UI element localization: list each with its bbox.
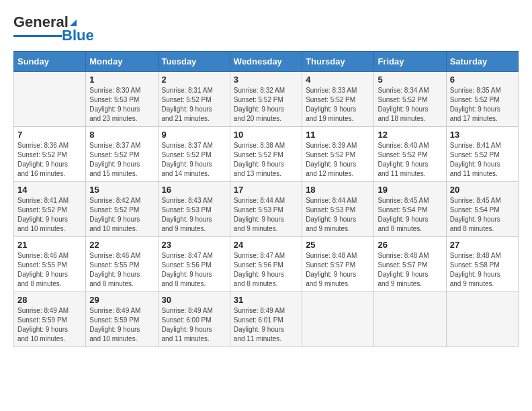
day-number: 12	[378, 130, 442, 140]
day-info: Sunrise: 8:48 AM Sunset: 5:58 PM Dayligh…	[450, 251, 515, 289]
calendar-cell: 14Sunrise: 8:41 AM Sunset: 5:52 PM Dayli…	[14, 182, 86, 237]
calendar-week-4: 21Sunrise: 8:46 AM Sunset: 5:55 PM Dayli…	[14, 237, 519, 292]
day-info: Sunrise: 8:48 AM Sunset: 5:57 PM Dayligh…	[378, 251, 442, 289]
day-number: 10	[234, 130, 298, 140]
day-number: 18	[306, 185, 370, 195]
calendar-cell: 4Sunrise: 8:33 AM Sunset: 5:52 PM Daylig…	[302, 72, 374, 127]
day-info: Sunrise: 8:46 AM Sunset: 5:55 PM Dayligh…	[89, 251, 154, 289]
day-header-wednesday: Wednesday	[230, 52, 302, 72]
day-number: 20	[450, 185, 515, 195]
day-header-monday: Monday	[86, 52, 158, 72]
calendar-week-1: 1Sunrise: 8:30 AM Sunset: 5:53 PM Daylig…	[14, 72, 519, 127]
calendar-cell	[14, 72, 86, 127]
day-info: Sunrise: 8:38 AM Sunset: 5:52 PM Dayligh…	[234, 141, 298, 179]
day-info: Sunrise: 8:37 AM Sunset: 5:52 PM Dayligh…	[89, 141, 154, 179]
logo: General Blue	[13, 13, 94, 44]
day-number: 4	[306, 75, 370, 85]
day-info: Sunrise: 8:36 AM Sunset: 5:52 PM Dayligh…	[17, 141, 82, 179]
day-number: 17	[234, 185, 298, 195]
day-info: Sunrise: 8:49 AM Sunset: 5:59 PM Dayligh…	[17, 306, 82, 344]
day-info: Sunrise: 8:43 AM Sunset: 5:53 PM Dayligh…	[162, 196, 226, 234]
calendar-cell: 27Sunrise: 8:48 AM Sunset: 5:58 PM Dayli…	[446, 237, 518, 292]
calendar-cell: 30Sunrise: 8:49 AM Sunset: 6:00 PM Dayli…	[158, 292, 230, 347]
calendar-cell: 3Sunrise: 8:32 AM Sunset: 5:52 PM Daylig…	[230, 72, 302, 127]
calendar-cell: 13Sunrise: 8:41 AM Sunset: 5:52 PM Dayli…	[446, 127, 518, 182]
calendar-cell: 29Sunrise: 8:49 AM Sunset: 5:59 PM Dayli…	[86, 292, 158, 347]
day-info: Sunrise: 8:49 AM Sunset: 6:01 PM Dayligh…	[234, 306, 298, 344]
calendar-cell: 21Sunrise: 8:46 AM Sunset: 5:55 PM Dayli…	[14, 237, 86, 292]
day-header-thursday: Thursday	[302, 52, 374, 72]
day-info: Sunrise: 8:32 AM Sunset: 5:52 PM Dayligh…	[234, 86, 298, 124]
calendar-cell: 8Sunrise: 8:37 AM Sunset: 5:52 PM Daylig…	[86, 127, 158, 182]
day-info: Sunrise: 8:48 AM Sunset: 5:57 PM Dayligh…	[306, 251, 370, 289]
calendar-cell: 16Sunrise: 8:43 AM Sunset: 5:53 PM Dayli…	[158, 182, 230, 237]
day-info: Sunrise: 8:44 AM Sunset: 5:53 PM Dayligh…	[234, 196, 298, 234]
calendar-cell: 25Sunrise: 8:48 AM Sunset: 5:57 PM Dayli…	[302, 237, 374, 292]
calendar-cell	[446, 292, 518, 347]
day-info: Sunrise: 8:41 AM Sunset: 5:52 PM Dayligh…	[450, 141, 515, 179]
calendar-cell: 28Sunrise: 8:49 AM Sunset: 5:59 PM Dayli…	[14, 292, 86, 347]
day-number: 19	[378, 185, 442, 195]
calendar-cell: 10Sunrise: 8:38 AM Sunset: 5:52 PM Dayli…	[230, 127, 302, 182]
calendar-header-row: SundayMondayTuesdayWednesdayThursdayFrid…	[14, 52, 519, 72]
day-info: Sunrise: 8:34 AM Sunset: 5:52 PM Dayligh…	[378, 86, 442, 124]
day-number: 13	[450, 130, 515, 140]
calendar-cell: 26Sunrise: 8:48 AM Sunset: 5:57 PM Dayli…	[374, 237, 446, 292]
calendar-cell: 2Sunrise: 8:31 AM Sunset: 5:52 PM Daylig…	[158, 72, 230, 127]
day-number: 14	[17, 185, 82, 195]
day-number: 1	[89, 75, 154, 85]
day-info: Sunrise: 8:46 AM Sunset: 5:55 PM Dayligh…	[17, 251, 82, 289]
day-number: 8	[89, 130, 154, 140]
day-number: 28	[17, 295, 82, 305]
calendar-cell: 6Sunrise: 8:35 AM Sunset: 5:52 PM Daylig…	[446, 72, 518, 127]
calendar-cell: 17Sunrise: 8:44 AM Sunset: 5:53 PM Dayli…	[230, 182, 302, 237]
calendar-cell: 19Sunrise: 8:45 AM Sunset: 5:54 PM Dayli…	[374, 182, 446, 237]
calendar-cell: 24Sunrise: 8:47 AM Sunset: 5:56 PM Dayli…	[230, 237, 302, 292]
day-number: 5	[378, 75, 442, 85]
day-info: Sunrise: 8:41 AM Sunset: 5:52 PM Dayligh…	[17, 196, 82, 234]
day-number: 24	[234, 240, 298, 250]
calendar-cell: 9Sunrise: 8:37 AM Sunset: 5:52 PM Daylig…	[158, 127, 230, 182]
day-number: 31	[234, 295, 298, 305]
day-number: 6	[450, 75, 515, 85]
day-info: Sunrise: 8:49 AM Sunset: 5:59 PM Dayligh…	[89, 306, 154, 344]
day-info: Sunrise: 8:44 AM Sunset: 5:53 PM Dayligh…	[306, 196, 370, 234]
day-number: 11	[306, 130, 370, 140]
day-number: 25	[306, 240, 370, 250]
day-info: Sunrise: 8:33 AM Sunset: 5:52 PM Dayligh…	[306, 86, 370, 124]
day-number: 2	[162, 75, 226, 85]
day-number: 29	[89, 295, 154, 305]
logo-blue: Blue	[62, 27, 94, 44]
day-number: 22	[89, 240, 154, 250]
day-number: 3	[234, 75, 298, 85]
calendar-week-3: 14Sunrise: 8:41 AM Sunset: 5:52 PM Dayli…	[14, 182, 519, 237]
calendar-cell: 22Sunrise: 8:46 AM Sunset: 5:55 PM Dayli…	[86, 237, 158, 292]
day-number: 26	[378, 240, 442, 250]
calendar-week-5: 28Sunrise: 8:49 AM Sunset: 5:59 PM Dayli…	[14, 292, 519, 347]
day-header-saturday: Saturday	[446, 52, 518, 72]
calendar-cell: 12Sunrise: 8:40 AM Sunset: 5:52 PM Dayli…	[374, 127, 446, 182]
calendar-cell: 15Sunrise: 8:42 AM Sunset: 5:52 PM Dayli…	[86, 182, 158, 237]
day-info: Sunrise: 8:45 AM Sunset: 5:54 PM Dayligh…	[450, 196, 515, 234]
day-info: Sunrise: 8:37 AM Sunset: 5:52 PM Dayligh…	[162, 141, 226, 179]
day-info: Sunrise: 8:49 AM Sunset: 6:00 PM Dayligh…	[162, 306, 226, 344]
page-header: General Blue	[13, 13, 519, 44]
day-header-friday: Friday	[374, 52, 446, 72]
day-number: 30	[162, 295, 226, 305]
calendar-cell: 7Sunrise: 8:36 AM Sunset: 5:52 PM Daylig…	[14, 127, 86, 182]
day-number: 27	[450, 240, 515, 250]
calendar-cell: 23Sunrise: 8:47 AM Sunset: 5:56 PM Dayli…	[158, 237, 230, 292]
day-info: Sunrise: 8:47 AM Sunset: 5:56 PM Dayligh…	[234, 251, 298, 289]
calendar-cell: 11Sunrise: 8:39 AM Sunset: 5:52 PM Dayli…	[302, 127, 374, 182]
calendar-cell: 1Sunrise: 8:30 AM Sunset: 5:53 PM Daylig…	[86, 72, 158, 127]
day-number: 23	[162, 240, 226, 250]
day-info: Sunrise: 8:47 AM Sunset: 5:56 PM Dayligh…	[162, 251, 226, 289]
calendar-cell: 31Sunrise: 8:49 AM Sunset: 6:01 PM Dayli…	[230, 292, 302, 347]
day-info: Sunrise: 8:40 AM Sunset: 5:52 PM Dayligh…	[378, 141, 442, 179]
day-header-tuesday: Tuesday	[158, 52, 230, 72]
calendar-cell	[302, 292, 374, 347]
day-header-sunday: Sunday	[14, 52, 86, 72]
day-number: 7	[17, 130, 82, 140]
calendar-cell: 20Sunrise: 8:45 AM Sunset: 5:54 PM Dayli…	[446, 182, 518, 237]
calendar-cell: 5Sunrise: 8:34 AM Sunset: 5:52 PM Daylig…	[374, 72, 446, 127]
